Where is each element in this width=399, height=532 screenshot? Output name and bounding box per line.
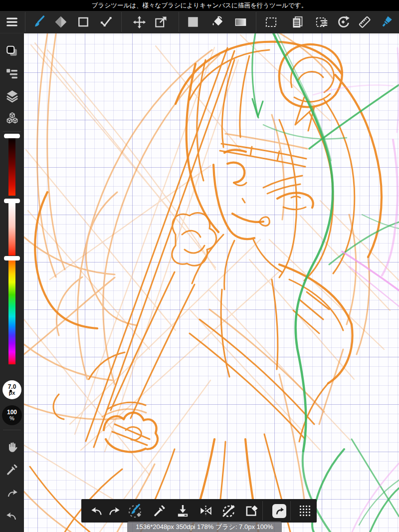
brush-list-panel-button[interactable] [0, 64, 24, 84]
ruler-tool-button[interactable] [356, 13, 374, 31]
polyline-tool-button[interactable] [97, 13, 115, 31]
select-tool-button[interactable] [262, 13, 280, 31]
eraser-icon [54, 15, 67, 28]
bottom-toolbar [81, 499, 317, 523]
opacity-value: 100 [7, 409, 17, 416]
materials-panel-button[interactable] [0, 108, 24, 128]
left-sidebar: 7.0 px 100 % [0, 33, 24, 532]
redo-button[interactable] [0, 483, 24, 503]
flip-horizontal-icon [199, 504, 213, 518]
color-swatch-icon [5, 45, 18, 58]
rotate-view-button[interactable] [334, 13, 352, 31]
materials-button[interactable] [270, 501, 289, 521]
pages-panel-button[interactable] [288, 13, 306, 31]
opacity-badge[interactable]: 100 % [2, 405, 22, 425]
gradient-tool-button[interactable] [231, 13, 249, 31]
brush-size-value: 7.0 [8, 384, 16, 390]
hue-slider-handle[interactable] [4, 256, 20, 261]
toolbar-separator [262, 501, 263, 521]
value-slider[interactable] [8, 138, 15, 196]
hand-icon [5, 440, 19, 454]
ruler-icon [358, 15, 372, 29]
reset-rotation-button[interactable] [219, 501, 238, 521]
transform-tool-button[interactable] [152, 13, 170, 31]
tool-hint-bar: ブラシツールは、様々なブラシによりキャンバスに描画を行うツールです。 [0, 0, 399, 11]
layers-panel-button[interactable] [0, 86, 24, 106]
dashed-list-icon [315, 15, 329, 29]
brush-eraser-toggle-button[interactable] [126, 501, 145, 521]
cubes-icon [5, 112, 19, 125]
flip-horizontal-button[interactable] [196, 501, 215, 521]
hand-tool-button[interactable] [0, 437, 24, 457]
eyedropper-tool-button[interactable] [0, 460, 24, 480]
menu-button[interactable] [3, 13, 21, 31]
no-rotate-icon [221, 504, 236, 519]
hamburger-icon [5, 15, 18, 28]
brush-icon [31, 15, 45, 29]
undo-icon [5, 510, 18, 523]
top-toolbar [0, 11, 399, 33]
filled-square-icon [187, 15, 200, 28]
toolbar-separator [121, 12, 122, 32]
dashed-rect-icon [264, 15, 278, 29]
sidebar-divider [3, 430, 21, 430]
toolbar-separator [290, 501, 291, 521]
status-bar: 1536*2048px 350dpi 178% ブラシ: 7.0px 100% [127, 522, 282, 532]
redo-icon [5, 487, 18, 500]
eyedropper-icon [153, 504, 166, 518]
polyline-icon [100, 15, 113, 28]
saturation-slider-handle[interactable] [4, 199, 20, 203]
grid-menu-button[interactable] [295, 501, 314, 521]
color-panel-button[interactable] [0, 41, 24, 61]
fill-bucket-button[interactable] [208, 13, 226, 31]
eyedropper-button[interactable] [150, 501, 169, 521]
redo-button[interactable] [104, 501, 123, 521]
clear-icon [244, 504, 259, 518]
sketch-drawing [24, 33, 399, 532]
select-options-button[interactable] [313, 13, 331, 31]
rotate-icon [336, 15, 350, 29]
sidebar-divider [3, 131, 21, 132]
shape-tool-button[interactable] [74, 13, 92, 31]
transform-icon [154, 15, 168, 29]
document-icon [291, 15, 304, 29]
undo-icon [90, 504, 104, 518]
eyedropper-icon [5, 463, 18, 476]
grid-dots-icon [299, 505, 311, 517]
move-tool-button[interactable] [130, 13, 148, 31]
clear-layer-button[interactable] [242, 501, 261, 521]
sketch-green-strokes [252, 33, 399, 532]
toolbar-separator [179, 12, 179, 32]
brush-tool-button[interactable] [29, 13, 47, 31]
rectangle-icon [77, 15, 90, 28]
brush-toggle-icon [127, 503, 143, 519]
brush-picker-button[interactable] [378, 13, 396, 31]
color-square-button[interactable] [184, 13, 202, 31]
layers-icon [5, 89, 19, 103]
drawing-canvas[interactable] [24, 33, 399, 532]
undo-button[interactable] [0, 506, 24, 526]
material-button-icon [272, 504, 287, 519]
sketch-orange-thick [35, 42, 382, 532]
redo-icon [107, 504, 121, 518]
toolbar-separator [256, 12, 256, 32]
panel-list-icon [5, 67, 18, 80]
value-slider-handle[interactable] [4, 134, 20, 138]
brush-size-badge[interactable]: 7.0 px [2, 380, 21, 399]
move-icon [133, 15, 146, 29]
tool-hint-text: ブラシツールは、様々なブラシによりキャンバスに描画を行うツールです。 [92, 1, 307, 10]
save-icon [176, 504, 190, 518]
saturation-slider[interactable] [8, 203, 15, 256]
toolbar-separator [25, 12, 25, 32]
bucket-icon [210, 15, 224, 29]
opacity-unit: % [9, 416, 14, 422]
brush-size-preview-dot [9, 390, 12, 392]
status-text: 1536*2048px 350dpi 178% ブラシ: 7.0px 100% [136, 523, 273, 532]
hue-slider[interactable] [8, 261, 15, 364]
gradient-icon [234, 15, 247, 29]
wide-brush-icon [380, 15, 394, 29]
eraser-tool-button[interactable] [52, 13, 70, 31]
save-button[interactable] [173, 501, 192, 521]
